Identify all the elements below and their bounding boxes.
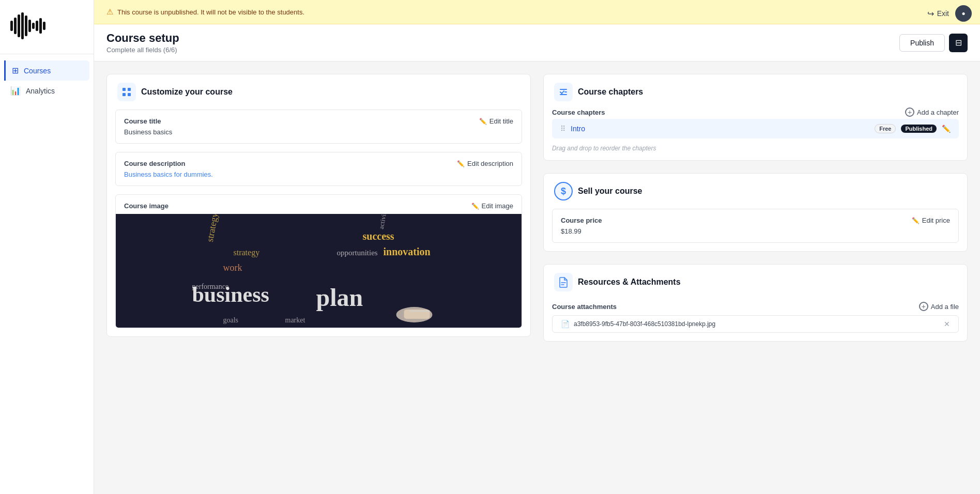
course-title-card: Course title ✏️ Edit title Business basi… <box>115 110 522 144</box>
page-header: Course setup Complete all fields (6/6) P… <box>94 24 980 61</box>
course-title-header: Course title ✏️ Edit title <box>124 117 513 125</box>
course-image: strategy strategy work performance succe… <box>116 214 522 328</box>
pencil-icon: ✏️ <box>479 118 487 125</box>
avatar-initials: ● <box>961 10 965 17</box>
svg-rect-0 <box>10 21 13 31</box>
chapter-name: Intro <box>571 125 869 133</box>
course-image-header: Course image ✏️ Edit image <box>116 195 522 214</box>
add-file-icon: + <box>919 302 928 311</box>
add-chapter-button[interactable]: + Add a chapter <box>905 107 959 117</box>
course-description-value: Business basics for dummies. <box>124 171 513 178</box>
file-icon <box>558 276 569 288</box>
right-column: Course chapters Course chapters + Add a … <box>543 74 968 342</box>
customize-title: Customize your course <box>141 87 233 97</box>
exit-icon: ↪ <box>927 9 934 19</box>
chapters-title: Course chapters <box>578 87 643 97</box>
svg-rect-6 <box>32 23 35 29</box>
course-title-value: Business basics <box>124 128 513 136</box>
attachment-file-icon: 📄 <box>561 320 570 328</box>
left-column: Customize your course Course title ✏️ Ed… <box>106 74 531 342</box>
svg-text:business: business <box>192 283 269 306</box>
attachment-item: 📄 a3fb8953-9fb5-47bf-803f-468c510381bd-l… <box>552 315 959 333</box>
edit-title-label: Edit title <box>489 117 513 125</box>
svg-rect-1 <box>14 18 17 34</box>
svg-text:goals: goals <box>223 316 239 324</box>
course-description-header: Course description ✏️ Edit description <box>124 160 513 167</box>
edit-price-button[interactable]: ✏️ Edit price <box>912 217 950 224</box>
resource-icon <box>554 273 573 291</box>
chapters-subheader: Course chapters + Add a chapter <box>544 101 967 119</box>
chapter-edit-icon[interactable]: ✏️ <box>942 125 951 133</box>
chapters-section-header: Course chapters <box>554 83 643 101</box>
edit-title-button[interactable]: ✏️ Edit title <box>479 117 513 125</box>
svg-rect-12 <box>122 93 126 96</box>
chapters-icon <box>554 83 573 101</box>
business-plan-svg: strategy strategy work performance succe… <box>116 214 522 328</box>
analytics-icon: 📊 <box>10 86 21 96</box>
price-label: Course price <box>561 217 602 224</box>
customize-section: Customize your course Course title ✏️ Ed… <box>106 74 531 337</box>
course-image-card: Course image ✏️ Edit image strategy stra… <box>115 194 522 328</box>
edit-image-label: Edit image <box>482 202 513 210</box>
drag-hint: Drag and drop to reorder the chapters <box>544 143 967 160</box>
sell-title: Sell your course <box>578 187 642 196</box>
chapter-item-intro[interactable]: ⠿ Intro Free Published ✏️ <box>552 119 959 138</box>
main-content: ⚠ This course is unpublished. It will no… <box>94 0 980 494</box>
publish-button[interactable]: Publish <box>899 34 945 52</box>
banner-message: This course is unpublished. It will not … <box>117 8 304 16</box>
resources-section: Resources & Attachments Course attachmen… <box>543 264 968 342</box>
svg-rect-11 <box>128 88 131 91</box>
svg-rect-10 <box>122 88 126 91</box>
course-price-header: Course price ✏️ Edit price <box>561 217 950 224</box>
chapters-label: Course chapters <box>552 109 605 116</box>
price-value: $18.99 <box>561 227 950 235</box>
sidebar-item-analytics[interactable]: 📊 Analytics <box>4 81 89 101</box>
sidebar-item-courses[interactable]: ⊞ Courses <box>4 60 89 81</box>
courses-icon: ⊞ <box>12 66 19 75</box>
logo <box>0 0 94 54</box>
exit-label: Exit <box>937 9 949 18</box>
add-chapter-label: Add a chapter <box>917 109 959 116</box>
attachments-label: Course attachments <box>552 303 617 311</box>
exit-button[interactable]: ↪ Exit <box>927 9 949 19</box>
edit-price-label: Edit price <box>922 217 950 224</box>
add-chapter-icon: + <box>905 107 914 117</box>
svg-rect-7 <box>36 21 38 31</box>
attachments-subheader: Course attachments + Add a file <box>544 300 967 315</box>
fields-progress: Complete all fields (6/6) <box>106 46 179 54</box>
sidebar-nav: ⊞ Courses 📊 Analytics <box>0 54 94 107</box>
svg-text:work: work <box>223 263 242 273</box>
attachment-remove-button[interactable]: ✕ <box>944 320 950 328</box>
svg-rect-13 <box>128 93 131 96</box>
sidebar-item-analytics-label: Analytics <box>26 87 55 95</box>
svg-text:success: success <box>363 230 394 242</box>
edit-description-label: Edit description <box>467 160 513 167</box>
attachment-name: a3fb8953-9fb5-47bf-803f-468c510381bd-lpn… <box>574 320 940 328</box>
header-right: Publish ⊟ <box>899 34 968 52</box>
svg-rect-2 <box>18 14 20 37</box>
save-icon: ⊟ <box>955 38 962 48</box>
add-file-button[interactable]: + Add a file <box>919 302 959 311</box>
header-left: Course setup Complete all fields (6/6) <box>106 32 179 54</box>
save-icon-button[interactable]: ⊟ <box>949 34 968 52</box>
svg-rect-3 <box>21 12 24 39</box>
svg-rect-4 <box>25 16 27 36</box>
sell-section: $ Sell your course Course price ✏️ Edit … <box>543 173 968 252</box>
unpublished-banner: ⚠ This course is unpublished. It will no… <box>94 0 980 24</box>
badge-published: Published <box>901 125 937 133</box>
sell-section-header: $ Sell your course <box>544 174 967 209</box>
svg-rect-5 <box>28 20 31 32</box>
edit-description-button[interactable]: ✏️ Edit description <box>457 160 513 167</box>
svg-text:innovation: innovation <box>384 246 431 257</box>
course-image-label: Course image <box>124 202 169 210</box>
course-description-card: Course description ✏️ Edit description B… <box>115 152 522 186</box>
svg-rect-9 <box>43 22 45 30</box>
course-price-card: Course price ✏️ Edit price $18.99 <box>552 209 959 243</box>
content-area: Customize your course Course title ✏️ Ed… <box>94 61 980 494</box>
svg-rect-8 <box>39 18 42 34</box>
course-description-label: Course description <box>124 160 185 167</box>
edit-image-button[interactable]: ✏️ Edit image <box>471 202 513 210</box>
chapters-section: Course chapters Course chapters + Add a … <box>543 74 968 161</box>
logo-icon <box>8 10 50 41</box>
avatar: ● <box>955 5 972 22</box>
